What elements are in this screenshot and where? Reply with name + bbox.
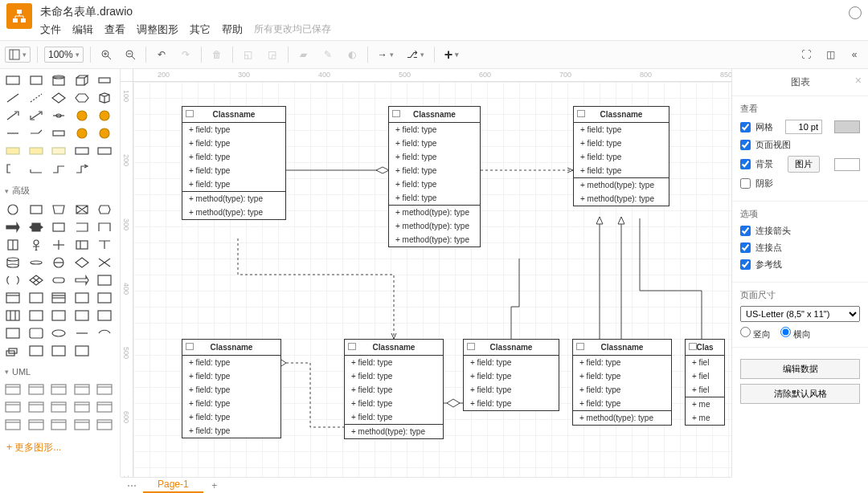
fullscreen-icon[interactable]: ⛶	[797, 46, 815, 63]
class-box-4[interactable]: Classname+ field: type+ field: type+ fie…	[344, 339, 444, 439]
connection-icon[interactable]: →	[375, 47, 397, 62]
shape-rect3[interactable]	[49, 125, 68, 141]
field-row[interactable]: + field: type	[182, 356, 280, 369]
shape-diamond[interactable]	[49, 90, 68, 106]
delete-icon[interactable]: 🗑	[208, 46, 226, 63]
shadow-icon[interactable]: ◐	[343, 46, 361, 63]
field-row[interactable]: + field: type	[182, 383, 280, 397]
adv-shape-22[interactable]	[49, 272, 68, 288]
uml-shape-9[interactable]	[95, 399, 114, 415]
uml-shape-2[interactable]	[49, 381, 68, 397]
class-name[interactable]: Classname	[464, 340, 559, 356]
adv-shape-25[interactable]	[3, 290, 23, 306]
field-row[interactable]: + field: type	[345, 397, 443, 410]
adv-shape-37[interactable]	[49, 325, 68, 341]
shape-line2[interactable]	[3, 125, 23, 141]
field-row[interactable]: + field: type	[464, 383, 559, 397]
adv-shape-5[interactable]	[3, 219, 23, 235]
adv-shape-19[interactable]	[95, 255, 114, 271]
field-row[interactable]: + field: type	[182, 123, 285, 136]
adv-shape-38[interactable]	[72, 325, 92, 341]
field-row[interactable]: + field: type	[573, 383, 671, 397]
to-front-icon[interactable]: ◱	[240, 46, 257, 63]
method-row[interactable]: + method(type): type	[182, 192, 285, 206]
adv-shape-1[interactable]	[27, 202, 46, 218]
uml-shape-5[interactable]	[3, 399, 23, 415]
class-name[interactable]: Classname	[345, 340, 443, 356]
method-row[interactable]: + method(type): type	[389, 233, 480, 246]
field-row[interactable]: + field: type	[573, 369, 671, 383]
shape-rect[interactable]	[27, 72, 46, 88]
pageview-checkbox[interactable]	[740, 140, 751, 150]
field-row[interactable]: + field: type	[389, 136, 480, 150]
adv-shape-11[interactable]	[27, 237, 46, 253]
adv-shape-41[interactable]	[27, 343, 46, 359]
uml-shape-8[interactable]	[72, 399, 92, 415]
adv-shape-13[interactable]	[72, 237, 92, 253]
class-name[interactable]: Classname	[389, 107, 480, 123]
more-shapes-button[interactable]: + 更多图形...	[0, 436, 120, 459]
field-row[interactable]: + field: type	[182, 177, 285, 191]
menu-help[interactable]: 帮助	[222, 22, 243, 37]
adv-shape-39[interactable]	[95, 325, 114, 341]
line-color-icon[interactable]: ✎	[319, 46, 337, 63]
sidebar-toggle[interactable]	[5, 47, 31, 63]
field-row[interactable]: + field: type	[182, 369, 280, 383]
language-icon[interactable]	[849, 6, 862, 19]
shape-gear4[interactable]	[95, 125, 114, 141]
edit-data-button[interactable]: 编辑数据	[740, 359, 860, 379]
adv-shape-4[interactable]	[95, 202, 114, 218]
adv-shape-43[interactable]	[72, 343, 92, 359]
field-row[interactable]: + field: type	[464, 356, 559, 369]
uml-shape-12[interactable]	[49, 417, 68, 433]
class-name[interactable]: Clas	[686, 340, 724, 356]
uml-shape-13[interactable]	[72, 417, 92, 433]
adv-shape-31[interactable]	[27, 308, 46, 324]
class-box-7[interactable]: Clas+ fiel+ fiel+ fiel+ me+ me	[685, 339, 725, 426]
guides-checkbox[interactable]	[740, 259, 751, 270]
adv-shape-7[interactable]	[49, 219, 68, 235]
shape-lbl3[interactable]	[49, 143, 68, 159]
adv-shape-2[interactable]	[49, 202, 68, 218]
field-row[interactable]: + field: type	[464, 397, 559, 410]
uml-shape-14[interactable]	[95, 417, 114, 433]
adv-shape-3[interactable]	[72, 202, 92, 218]
class-box-5[interactable]: Classname+ field: type+ field: type+ fie…	[463, 339, 559, 411]
adv-shape-16[interactable]	[27, 255, 46, 271]
uml-shape-7[interactable]	[49, 399, 68, 415]
field-row[interactable]: + fiel	[686, 369, 724, 383]
app-logo[interactable]	[6, 3, 32, 29]
to-back-icon[interactable]: ◲	[264, 46, 281, 63]
adv-shape-9[interactable]	[95, 219, 114, 235]
menu-other[interactable]: 其它	[190, 22, 211, 37]
adv-shape-35[interactable]	[3, 325, 23, 341]
uml-shape-3[interactable]	[72, 381, 92, 397]
shape-brk3[interactable]	[49, 161, 68, 177]
field-row[interactable]: + field: type	[182, 136, 285, 150]
adv-shape-23[interactable]	[72, 272, 92, 288]
collapse-icon[interactable]: «	[845, 46, 863, 63]
field-row[interactable]: + field: type	[574, 123, 669, 136]
adv-shape-18[interactable]	[72, 255, 92, 271]
adv-shape-26[interactable]	[27, 290, 46, 306]
shape-rect5[interactable]	[95, 143, 114, 159]
adv-shape-32[interactable]	[49, 308, 68, 324]
class-box-2[interactable]: Classname+ field: type+ field: type+ fie…	[573, 106, 669, 206]
zoom-out-icon[interactable]	[121, 46, 139, 63]
uml-shape-6[interactable]	[27, 399, 46, 415]
uml-shape-10[interactable]	[3, 417, 23, 433]
field-row[interactable]: + field: type	[574, 136, 669, 150]
shadow-checkbox[interactable]	[740, 178, 751, 189]
field-row[interactable]: + field: type	[389, 150, 480, 164]
shape-lbl1[interactable]	[3, 143, 23, 159]
method-row[interactable]: + method(type): type	[182, 206, 285, 219]
field-row[interactable]: + field: type	[182, 410, 280, 424]
field-row[interactable]: + field: type	[389, 177, 480, 191]
grid-size-input[interactable]	[785, 120, 822, 134]
uml-shape-4[interactable]	[95, 381, 114, 397]
shape-cylinder[interactable]	[49, 72, 68, 88]
field-row[interactable]: + field: type	[182, 164, 285, 177]
section-uml[interactable]: UML	[0, 362, 120, 378]
adv-shape-8[interactable]	[72, 219, 92, 235]
shape-brk1[interactable]	[3, 161, 23, 177]
